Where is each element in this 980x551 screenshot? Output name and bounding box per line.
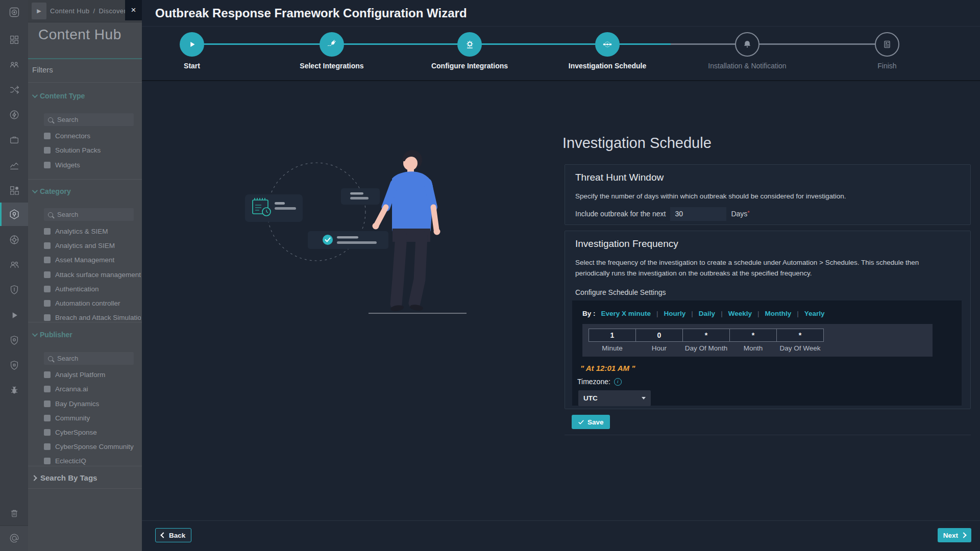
checkbox[interactable] bbox=[44, 162, 51, 168]
cron-field-label: Hour bbox=[635, 344, 683, 352]
checkbox[interactable] bbox=[44, 228, 51, 235]
user-community-icon[interactable] bbox=[0, 256, 28, 273]
filter-option[interactable]: Arcanna.ai bbox=[44, 383, 141, 395]
checkbox[interactable] bbox=[44, 371, 51, 378]
connectors-icon[interactable] bbox=[0, 231, 28, 248]
breadcrumb-content-hub[interactable]: Content Hub bbox=[50, 7, 89, 15]
content-type-search[interactable] bbox=[44, 113, 134, 126]
cron-month-input[interactable] bbox=[729, 329, 777, 342]
bell-icon bbox=[742, 39, 753, 50]
schedule-illustration bbox=[240, 132, 526, 325]
next-button[interactable]: Next bbox=[938, 528, 971, 542]
required-marker: * bbox=[747, 210, 749, 216]
checkbox[interactable] bbox=[44, 386, 51, 392]
days-input[interactable] bbox=[670, 207, 726, 221]
sidebar-collapse-button[interactable]: ▶ bbox=[32, 3, 46, 19]
threat-protection-icon[interactable] bbox=[0, 332, 28, 349]
search-by-tags[interactable]: Search By Tags bbox=[32, 473, 97, 482]
cron-field-label: Month bbox=[729, 344, 777, 352]
shield-asset-icon[interactable] bbox=[0, 281, 28, 298]
step-label: Finish bbox=[831, 62, 943, 70]
checkbox[interactable] bbox=[44, 443, 51, 450]
freq-weekly[interactable]: Weekly bbox=[728, 310, 752, 317]
publisher-search[interactable] bbox=[44, 352, 134, 365]
filter-option[interactable]: Connectors bbox=[44, 130, 141, 142]
checkbox[interactable] bbox=[44, 458, 51, 464]
queue-management-icon[interactable] bbox=[0, 56, 28, 73]
cron-minute-input[interactable] bbox=[589, 329, 636, 342]
checkbox[interactable] bbox=[44, 257, 51, 263]
mentions-icon[interactable] bbox=[0, 530, 28, 547]
dashboard-icon[interactable] bbox=[0, 31, 28, 48]
save-button[interactable]: Save bbox=[572, 415, 610, 429]
freq-monthly[interactable]: Monthly bbox=[765, 310, 791, 317]
recycle-bin-icon[interactable] bbox=[0, 505, 28, 522]
checkbox[interactable] bbox=[44, 314, 51, 321]
search-input[interactable] bbox=[56, 210, 119, 219]
cron-hour-input[interactable] bbox=[635, 329, 683, 342]
search-input[interactable] bbox=[56, 115, 119, 124]
title-underline bbox=[28, 58, 142, 59]
checkbox[interactable] bbox=[44, 415, 51, 421]
search-icon bbox=[48, 212, 53, 217]
checkbox[interactable] bbox=[44, 147, 51, 154]
checkbox[interactable] bbox=[44, 242, 51, 249]
freq-yearly[interactable]: Yearly bbox=[804, 310, 825, 317]
filter-option[interactable]: Widgets bbox=[44, 159, 141, 171]
checkbox[interactable] bbox=[44, 400, 51, 407]
filter-option[interactable]: Analytics and SIEM bbox=[44, 239, 141, 252]
filter-option[interactable]: CyberSponse bbox=[44, 426, 141, 438]
filter-option[interactable]: Automation controller bbox=[44, 297, 141, 309]
checkbox[interactable] bbox=[44, 286, 51, 292]
app-logo-icon[interactable] bbox=[0, 4, 28, 21]
filter-option[interactable]: Analytics & SIEM bbox=[44, 225, 141, 237]
step-configure-integrations[interactable] bbox=[457, 32, 482, 57]
step-investigation-schedule[interactable] bbox=[595, 32, 620, 57]
freq-daily[interactable]: Daily bbox=[699, 310, 715, 317]
filter-option[interactable]: Community bbox=[44, 412, 141, 424]
step-installation-notification[interactable] bbox=[735, 32, 760, 57]
section-publisher[interactable]: Publisher bbox=[32, 331, 72, 339]
widgets-icon[interactable] bbox=[0, 182, 28, 199]
search-input[interactable] bbox=[56, 354, 119, 363]
filter-option[interactable]: Analyst Platform bbox=[44, 368, 141, 381]
card-title: Investigation Frequency bbox=[575, 238, 960, 249]
filters-label: Filters bbox=[32, 65, 53, 74]
filter-option[interactable]: Authentication bbox=[44, 283, 141, 295]
section-content-type[interactable]: Content Type bbox=[32, 92, 85, 100]
checkbox[interactable] bbox=[44, 429, 51, 436]
info-icon[interactable]: i bbox=[614, 378, 622, 386]
step-finish[interactable] bbox=[875, 32, 899, 57]
section-category[interactable]: Category bbox=[32, 187, 71, 195]
security-shield-icon[interactable] bbox=[0, 357, 28, 374]
content-hub-icon[interactable] bbox=[0, 203, 28, 226]
freq-every-x-minute[interactable]: Every X minute bbox=[601, 310, 651, 317]
step-start[interactable] bbox=[180, 32, 204, 57]
divider bbox=[28, 488, 142, 489]
workflow-shuffle-icon[interactable] bbox=[0, 81, 28, 98]
step-select-integrations[interactable] bbox=[320, 32, 344, 57]
back-button[interactable]: Back bbox=[155, 528, 191, 542]
reports-chart-icon[interactable] bbox=[0, 157, 28, 174]
freq-hourly[interactable]: Hourly bbox=[664, 310, 686, 317]
bug-tracker-icon[interactable] bbox=[0, 382, 28, 399]
filter-option[interactable]: EclecticIQ bbox=[44, 455, 141, 467]
close-button[interactable]: × bbox=[125, 0, 142, 20]
filter-option[interactable]: CyberSponse Community bbox=[44, 440, 141, 453]
checkbox[interactable] bbox=[44, 271, 51, 278]
filter-option[interactable]: Asset Management bbox=[44, 254, 141, 266]
breadcrumb-discover[interactable]: Discover bbox=[99, 7, 126, 15]
filter-option[interactable]: Solution Packs bbox=[44, 144, 141, 156]
filter-option[interactable]: Bay Dynamics bbox=[44, 397, 141, 410]
briefcase-icon[interactable] bbox=[0, 131, 28, 148]
timezone-select[interactable]: UTC bbox=[578, 390, 651, 406]
playbooks-play-icon[interactable] bbox=[0, 307, 28, 324]
automation-bolt-icon[interactable] bbox=[0, 106, 28, 123]
cron-day-of-month-input[interactable] bbox=[682, 329, 730, 342]
checkbox[interactable] bbox=[44, 300, 51, 307]
category-search[interactable] bbox=[44, 208, 134, 221]
footer-divider bbox=[142, 520, 980, 521]
cron-day-of-week-input[interactable] bbox=[776, 329, 824, 342]
checkbox[interactable] bbox=[44, 133, 51, 139]
filter-option[interactable]: Attack surface management bbox=[44, 268, 141, 281]
